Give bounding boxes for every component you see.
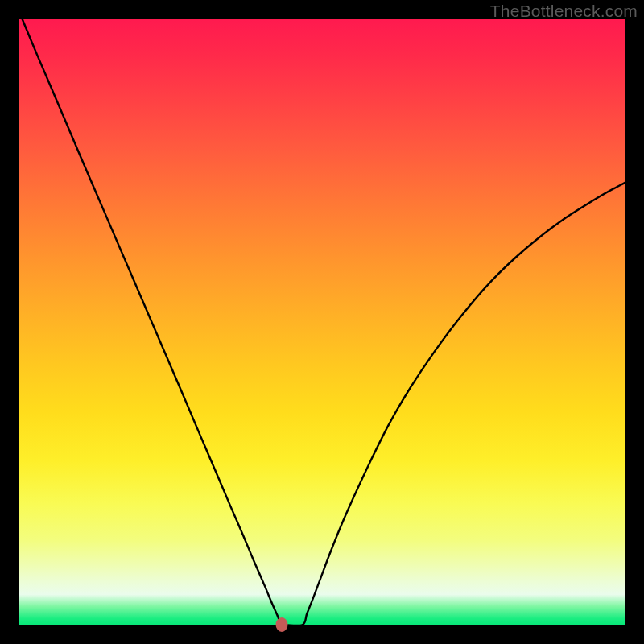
bottleneck-curve [23, 19, 625, 625]
curve-svg [19, 19, 625, 625]
chart-frame: TheBottleneck.com [0, 0, 644, 644]
optimum-marker [275, 617, 287, 632]
watermark-text: TheBottleneck.com [490, 2, 638, 21]
plot-area [19, 19, 625, 625]
